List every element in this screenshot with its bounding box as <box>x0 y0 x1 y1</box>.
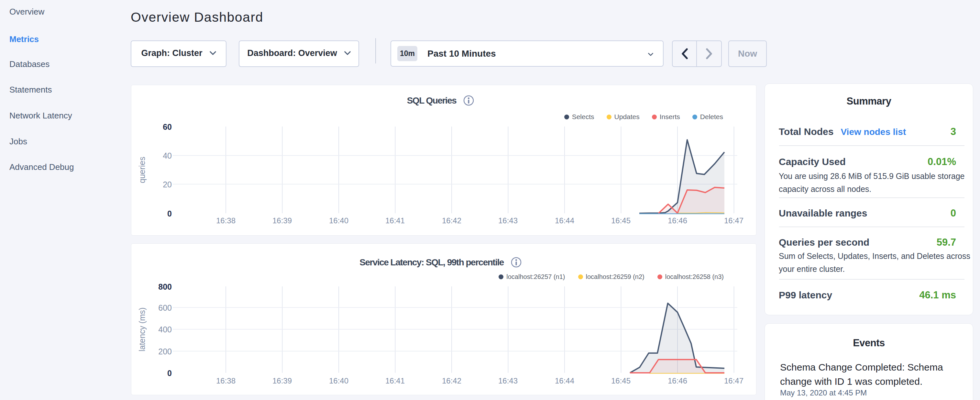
svg-text:16:42: 16:42 <box>442 216 461 225</box>
svg-text:16:39: 16:39 <box>272 376 292 385</box>
svg-text:400: 400 <box>158 325 172 334</box>
svg-text:40: 40 <box>163 151 172 160</box>
svg-text:16:41: 16:41 <box>385 216 405 225</box>
svg-text:60: 60 <box>163 122 172 131</box>
svg-text:16:45: 16:45 <box>611 376 631 385</box>
svg-text:16:41: 16:41 <box>385 376 405 385</box>
svg-text:20: 20 <box>163 180 172 189</box>
svg-text:16:44: 16:44 <box>555 376 574 385</box>
svg-text:0: 0 <box>167 369 172 378</box>
svg-text:16:43: 16:43 <box>498 376 518 385</box>
svg-text:16:38: 16:38 <box>216 376 235 385</box>
svg-text:16:39: 16:39 <box>272 216 292 225</box>
svg-text:16:47: 16:47 <box>724 376 743 385</box>
svg-text:16:40: 16:40 <box>329 376 348 385</box>
svg-text:0: 0 <box>167 209 172 218</box>
svg-text:600: 600 <box>158 303 172 312</box>
svg-text:16:43: 16:43 <box>498 216 518 225</box>
svg-text:16:46: 16:46 <box>668 216 687 225</box>
svg-text:16:45: 16:45 <box>611 216 631 225</box>
svg-text:200: 200 <box>158 347 172 356</box>
svg-text:16:38: 16:38 <box>216 216 235 225</box>
svg-text:latency (ms): latency (ms) <box>137 308 146 351</box>
svg-text:16:42: 16:42 <box>442 376 461 385</box>
svg-text:16:44: 16:44 <box>555 216 574 225</box>
svg-text:queries: queries <box>137 157 146 183</box>
svg-text:800: 800 <box>158 282 172 291</box>
svg-text:16:46: 16:46 <box>668 376 687 385</box>
svg-text:16:40: 16:40 <box>329 216 348 225</box>
svg-text:16:47: 16:47 <box>724 216 743 225</box>
